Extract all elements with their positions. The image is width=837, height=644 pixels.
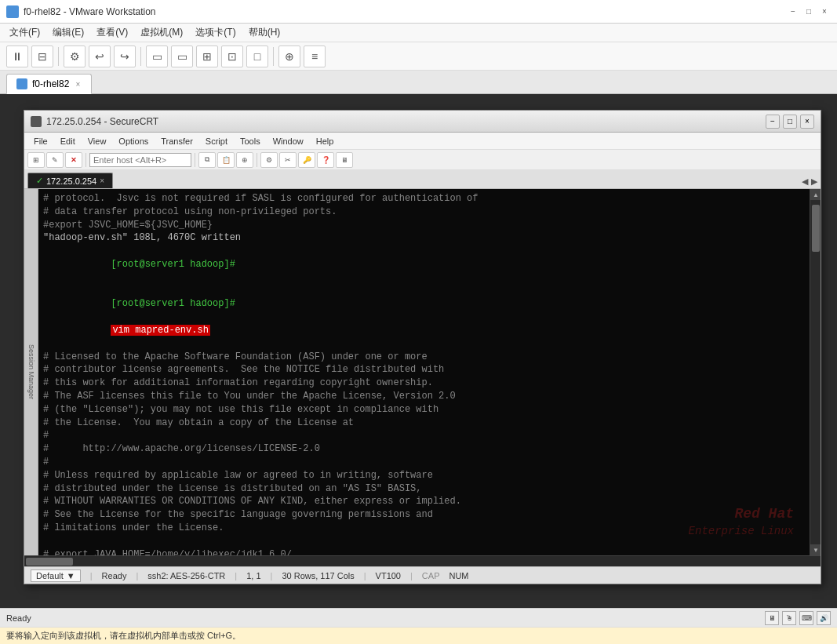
securecrt-window: 172.25.0.254 - SecureCRT − □ × File Edit… <box>24 110 821 584</box>
crt-tool-2[interactable]: ✎ <box>46 152 64 168</box>
securecrt-controls: − □ × <box>766 115 814 129</box>
status-sep-3: | <box>235 571 237 580</box>
vmware-icon <box>6 5 19 18</box>
terminal-line-13: # http://www.apache.org/licenses/LICENSE… <box>43 442 805 456</box>
terminal-line-0: # protocol. Jsvc is not required if SASL… <box>43 192 805 206</box>
scrollbar-down-arrow[interactable]: ▼ <box>810 544 821 555</box>
crt-tool-4[interactable]: ⊕ <box>236 152 253 168</box>
tab-check-icon: ✓ <box>36 176 43 186</box>
toolbar-btn-8[interactable]: ⊡ <box>221 45 243 67</box>
menu-file[interactable]: 文件(F) <box>3 24 46 42</box>
crt-menu-file[interactable]: File <box>27 135 54 147</box>
crt-menu-script[interactable]: Script <box>199 135 234 147</box>
minimize-button[interactable]: − <box>787 5 799 18</box>
toolbar-btn-7[interactable]: ⊞ <box>196 45 218 67</box>
crt-menu-edit[interactable]: Edit <box>54 135 82 147</box>
menu-tabs[interactable]: 选项卡(T) <box>189 24 242 42</box>
toolbar-sep-2 <box>140 47 141 66</box>
maximize-button[interactable]: □ <box>802 5 815 18</box>
terminal-line-9: # The ASF licenses this file to You unde… <box>43 390 805 403</box>
vmware-statusbar: Ready 🖥 🖱 ⌨ 🔊 <box>0 608 837 627</box>
terminal-line-11: # the License. You may obtain a copy of … <box>43 417 805 430</box>
vmware-toolbar: ⏸ ⊟ ⚙ ↩ ↪ ▭ ▭ ⊞ ⊡ □ ⊕ ≡ <box>0 42 837 71</box>
host-input[interactable] <box>89 153 191 167</box>
terminal-line-16: # distributed under the License is distr… <box>43 482 805 496</box>
status-sep-2: | <box>136 571 138 580</box>
menu-help[interactable]: 帮助(H) <box>242 24 287 42</box>
crt-close-button[interactable]: × <box>800 115 814 129</box>
crt-menu-window[interactable]: Window <box>267 135 310 147</box>
terminal-type: VT100 <box>376 571 401 580</box>
toolbar-btn-1[interactable]: ⊟ <box>31 45 53 67</box>
securecrt-tabbar: ✓ 172.25.0.254 × ◀ ▶ <box>24 170 821 189</box>
device-icon-1[interactable]: 🖥 <box>765 611 779 625</box>
toolbar-btn-6[interactable]: ▭ <box>171 45 193 67</box>
pause-button[interactable]: ⏸ <box>6 45 28 67</box>
crt-menu-tools[interactable]: Tools <box>234 135 267 147</box>
vmware-content-area: 172.25.0.254 - SecureCRT − □ × File Edit… <box>0 94 837 608</box>
crt-maximize-button[interactable]: □ <box>783 115 797 129</box>
crt-copy-btn[interactable]: ⧉ <box>198 152 216 168</box>
crt-menu-transfer[interactable]: Transfer <box>155 135 199 147</box>
toolbar-btn-4[interactable]: ↪ <box>114 45 136 67</box>
vm-tab-close[interactable]: × <box>74 79 82 89</box>
session-dropdown[interactable]: Default ▼ <box>31 569 81 582</box>
session-manager-sidebar[interactable]: Session Manager <box>24 189 38 555</box>
securecrt-toolbar: ⊞ ✎ ✕ ⧉ 📋 ⊕ ⚙ ✂ 🔑 ❓ 🖥 <box>24 150 821 170</box>
toolbar-btn-9[interactable]: □ <box>246 45 268 67</box>
session-label: Default <box>36 571 64 580</box>
terminal-line-7: # contributor license agreements. See th… <box>43 363 805 377</box>
crt-minimize-button[interactable]: − <box>766 115 780 129</box>
device-icon-3[interactable]: ⌨ <box>799 611 813 625</box>
terminal-line-21: # export JAVA_HOME=/home/y/libexec/jdk1.… <box>43 548 805 555</box>
terminal-hscrollbar[interactable] <box>24 555 821 566</box>
terminal-line-15: # Unless required by applicable law or a… <box>43 469 805 482</box>
toolbar-btn-2[interactable]: ⚙ <box>64 45 86 67</box>
terminal-line-8: # this work for additional information r… <box>43 377 805 390</box>
crt-menu-view[interactable]: View <box>82 135 113 147</box>
dropdown-arrow-icon: ▼ <box>67 571 75 580</box>
toolbar-sep-1 <box>58 47 59 66</box>
device-icon-4[interactable]: 🔊 <box>817 611 831 625</box>
terminal-content[interactable]: # protocol. Jsvc is not required if SASL… <box>38 189 810 555</box>
crt-session-tab[interactable]: ✓ 172.25.0.254 × <box>27 173 113 188</box>
tab-left-arrow[interactable]: ◀ <box>802 176 808 187</box>
crt-menu-options[interactable]: Options <box>112 135 155 147</box>
crt-tool-8[interactable]: ❓ <box>317 152 334 168</box>
menu-view[interactable]: 查看(V) <box>90 24 134 42</box>
crt-toolbar-sep-1 <box>86 153 86 167</box>
crt-tool-5[interactable]: ⚙ <box>260 152 278 168</box>
crt-menu-help[interactable]: Help <box>310 135 340 147</box>
crt-tab-close[interactable]: × <box>100 176 104 185</box>
crt-tool-6[interactable]: ✂ <box>279 152 297 168</box>
status-sep-4: | <box>271 571 273 580</box>
menu-edit[interactable]: 编辑(E) <box>46 24 90 42</box>
vmware-hint-text: 要将输入定向到该虚拟机，请在虚拟机内部单击或按 Ctrl+G。 <box>6 630 241 642</box>
toolbar-btn-5[interactable]: ▭ <box>146 45 168 67</box>
device-icon-2[interactable]: 🖱 <box>782 611 796 625</box>
toolbar-btn-3[interactable]: ↩ <box>89 45 111 67</box>
crt-tool-7[interactable]: 🔑 <box>298 152 315 168</box>
scrollbar-up-arrow[interactable]: ▲ <box>810 189 821 200</box>
terminal-container: Session Manager # protocol. Jsvc is not … <box>24 189 821 555</box>
terminal-line-1: # data transfer protocol using non-privi… <box>43 206 805 219</box>
crt-paste-btn[interactable]: 📋 <box>217 152 235 168</box>
toolbar-btn-10[interactable]: ⊕ <box>278 45 300 67</box>
vmware-workstation-window: f0-rhel82 - VMware Workstation − □ × 文件(… <box>0 0 837 644</box>
vm-tab-f0-rhel82[interactable]: f0-rhel82 × <box>6 74 92 94</box>
menu-vm[interactable]: 虚拟机(M) <box>134 24 189 42</box>
status-sep-1: | <box>90 571 93 580</box>
caps-lock-indicator: CAP <box>422 571 440 580</box>
scrollbar-thumb[interactable] <box>812 205 820 252</box>
encryption-info: ssh2: AES-256-CTR <box>147 571 225 580</box>
hscrollbar-thumb[interactable] <box>26 558 73 566</box>
vmware-titlebar: f0-rhel82 - VMware Workstation − □ × <box>0 0 837 24</box>
close-button[interactable]: × <box>818 5 831 18</box>
crt-tool-1[interactable]: ⊞ <box>27 152 45 168</box>
securecrt-menubar: File Edit View Options Transfer Script T… <box>24 133 821 150</box>
toolbar-btn-11[interactable]: ≡ <box>304 45 326 67</box>
terminal-scrollbar[interactable]: ▲ ▼ <box>810 189 821 555</box>
crt-tool-3[interactable]: ✕ <box>65 152 82 168</box>
tab-right-arrow[interactable]: ▶ <box>811 176 817 187</box>
crt-tool-9[interactable]: 🖥 <box>336 152 353 168</box>
